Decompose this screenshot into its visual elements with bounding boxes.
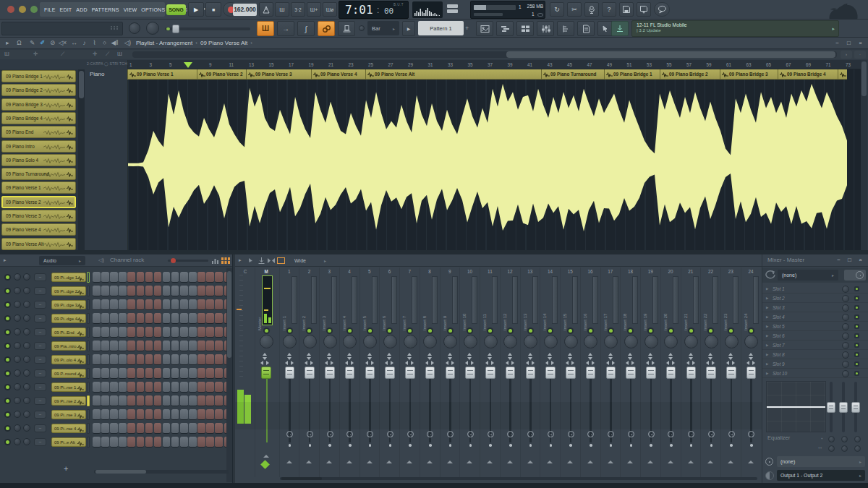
add-channel-button[interactable]: + (64, 464, 68, 473)
step-button[interactable] (171, 327, 179, 338)
channel-target-box[interactable]: – (34, 424, 46, 432)
step-button[interactable] (110, 382, 118, 393)
step-button[interactable] (163, 341, 171, 351)
mixer-insert-strip[interactable]: 21Insert 21 (681, 267, 701, 477)
step-button[interactable] (180, 341, 188, 351)
playlist-horizontal-scrollbar[interactable] (132, 51, 837, 58)
step-button[interactable] (189, 409, 197, 420)
step-button[interactable] (163, 368, 171, 379)
playhead-marker[interactable] (184, 62, 192, 68)
pan-knob[interactable] (363, 335, 377, 348)
step-button[interactable] (145, 382, 153, 393)
mixer-master-strip[interactable]: MMaster (255, 267, 277, 477)
channel-target-box[interactable]: – (34, 287, 46, 295)
mute-tool-icon[interactable]: ◁× (58, 39, 67, 46)
step-button[interactable] (127, 409, 135, 420)
channel-volume-knob[interactable] (23, 328, 30, 335)
step-button[interactable] (110, 395, 118, 406)
effect-slot[interactable]: ▶Slot 9 (762, 359, 868, 369)
playlist-clip[interactable]: 09 Piano Verse Alt (365, 69, 541, 80)
slot-arrow-icon[interactable]: ▶ (766, 353, 768, 356)
step-button[interactable] (145, 313, 153, 324)
step-button[interactable] (180, 395, 188, 406)
step-button[interactable] (215, 437, 223, 448)
dock-down-icon[interactable] (258, 257, 265, 265)
step-button[interactable] (145, 423, 153, 434)
step-button[interactable] (215, 299, 223, 310)
step-button[interactable] (171, 313, 179, 324)
volume-fader[interactable] (526, 367, 536, 379)
track-enable-led[interactable] (509, 329, 512, 333)
stop-button[interactable]: ■ (205, 2, 221, 17)
playlist-maximize-button[interactable]: □ (844, 40, 854, 46)
channel-volume-knob[interactable] (23, 356, 30, 363)
step-button[interactable] (127, 272, 135, 283)
channel-rack-panel-icon[interactable] (516, 21, 534, 36)
playlist-clip[interactable]: 09 Piano Verse 2 (197, 69, 246, 80)
step-button[interactable] (163, 272, 171, 283)
step-button[interactable] (189, 286, 197, 296)
track-delay-icon[interactable] (427, 431, 433, 437)
picker-clip-item[interactable]: 09 Piano Verse 3 (1, 210, 76, 222)
channel-selector[interactable] (87, 423, 90, 434)
mixer-insert-strip[interactable]: 8Insert 8 (420, 267, 440, 477)
track-delay-icon[interactable] (587, 431, 594, 437)
picker-clip-item[interactable]: 09 Piano Turnaround (1, 168, 76, 180)
track-enable-led[interactable] (388, 329, 391, 333)
link-pattern-chain-button[interactable] (318, 21, 335, 36)
track-delay-icon[interactable] (507, 431, 514, 437)
track-delay-icon[interactable] (467, 431, 474, 437)
step-button[interactable] (189, 354, 197, 365)
track-enable-led[interactable] (368, 329, 372, 333)
track-delay-icon[interactable] (728, 431, 735, 437)
step-button[interactable] (145, 409, 153, 420)
step-button[interactable] (189, 382, 197, 393)
track-enable-led[interactable] (307, 329, 311, 333)
slot-enable-led[interactable] (854, 286, 859, 291)
pan-knob[interactable] (624, 335, 638, 348)
channel-volume-knob[interactable] (23, 314, 30, 322)
channel-name-button[interactable]: 09 Pi..rse 4 (51, 424, 86, 433)
slot-enable-led[interactable] (854, 371, 859, 376)
swing-slider[interactable] (168, 260, 208, 262)
step-button[interactable] (171, 299, 179, 310)
channel-target-box[interactable]: – (34, 301, 46, 309)
step-button[interactable] (119, 437, 127, 448)
channel-selector[interactable] (87, 272, 90, 283)
step-button[interactable] (215, 341, 223, 351)
step-button[interactable] (101, 437, 109, 448)
paint-tool-icon[interactable]: ✐ (38, 39, 47, 46)
metronome-icon[interactable] (259, 2, 273, 17)
step-button[interactable] (119, 382, 127, 393)
song-mode-button[interactable]: SONG (166, 4, 186, 15)
channel-volume-knob[interactable] (23, 383, 30, 390)
playlist-clip[interactable]: 09 Piano Bridge 2 (660, 69, 720, 80)
scroll-thumb[interactable] (861, 61, 867, 96)
step-button[interactable] (127, 395, 135, 406)
time-display[interactable]: 7:01 : 00 B.U.T (339, 1, 409, 19)
step-button[interactable] (171, 382, 179, 393)
picker-clip-item[interactable]: 09 Piano Verse 1 (1, 181, 76, 194)
step-button[interactable] (189, 423, 197, 434)
channel-pan-knob[interactable] (14, 314, 21, 322)
step-button[interactable] (180, 327, 188, 338)
channel-selector[interactable] (87, 437, 90, 448)
slice-tool-icon[interactable]: ♪ (80, 39, 89, 46)
main-pitch-knob[interactable] (146, 22, 159, 35)
mixer-insert-strip[interactable]: 12Insert 12 (500, 267, 520, 477)
step-button[interactable] (206, 354, 214, 365)
step-button[interactable] (110, 423, 118, 434)
channel-target-box[interactable]: – (34, 397, 46, 405)
volume-fader[interactable] (345, 367, 355, 379)
playlist-clip[interactable]: 09 Piano Bridge 4 (778, 69, 838, 80)
step-button[interactable] (163, 437, 171, 448)
track-enable-led[interactable] (328, 329, 331, 333)
volume-fader[interactable] (706, 367, 716, 379)
volume-fader[interactable] (485, 367, 495, 379)
step-button[interactable] (215, 272, 223, 283)
step-button[interactable] (180, 299, 188, 310)
track-enable-led[interactable] (629, 329, 632, 333)
channel-name-button[interactable]: 09 Pi..dge 3 (51, 300, 86, 309)
effect-slot[interactable]: ▶Slot 4 (762, 312, 868, 322)
channel-name-button[interactable]: 09 P..round (51, 369, 86, 378)
